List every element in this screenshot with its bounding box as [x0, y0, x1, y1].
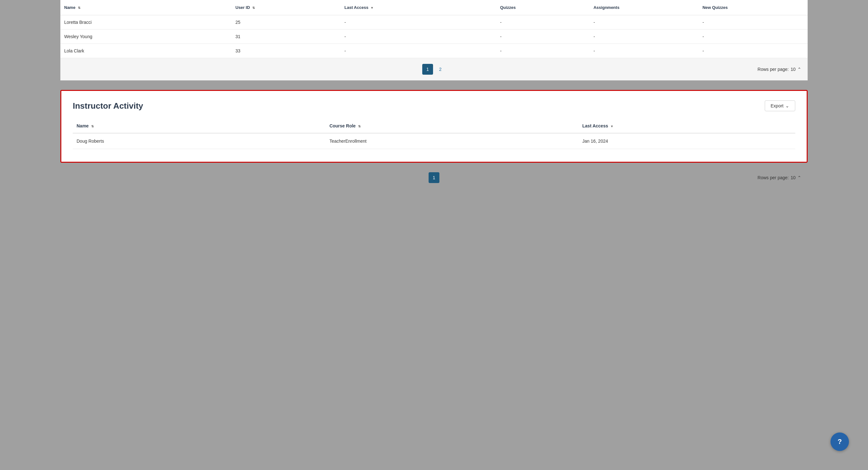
cell-quizzes: -	[496, 44, 590, 58]
card-title: Instructor Activity	[73, 101, 143, 111]
bottom-rows-per-page-control: Rows per page: 10 ⌃	[757, 175, 801, 180]
col-name-label: Name	[64, 5, 75, 10]
lastaccess-sort-arrow[interactable]: ▼	[370, 6, 374, 9]
col-lastaccess-label: Last Access	[344, 5, 368, 10]
col-header-assignments: Assignments	[590, 0, 699, 15]
instructor-col-access[interactable]: Last Access ▼	[579, 119, 795, 133]
cell-lastaccess: -	[341, 30, 496, 44]
instructor-cell-name: Doug Roberts	[73, 133, 326, 149]
chevron-up-icon[interactable]: ⌃	[798, 67, 801, 72]
instructor-col-role[interactable]: Course Role ⇅	[326, 119, 579, 133]
col-header-userid[interactable]: User ID ⇅	[231, 0, 341, 15]
col-assignments-label: Assignments	[593, 5, 620, 10]
cell-name: Loretta Bracci	[60, 15, 231, 30]
cell-quizzes: -	[496, 30, 590, 44]
instructor-role-label: Course Role	[330, 123, 355, 128]
col-header-name[interactable]: Name ⇅	[60, 0, 231, 15]
card-header: Instructor Activity Export ⌄	[73, 100, 795, 111]
instructor-col-name[interactable]: Name ⇅	[73, 119, 326, 133]
cell-lastaccess: -	[341, 15, 496, 30]
top-pagination-bar: 1 2 Rows per page: 10 ⌃	[60, 58, 808, 81]
rows-per-page-control: Rows per page: 10 ⌃	[757, 67, 801, 72]
instructor-table: Name ⇅ Course Role ⇅ Last Access ▼	[73, 119, 795, 149]
instructor-header-row: Name ⇅ Course Role ⇅ Last Access ▼	[73, 119, 795, 133]
table-row: Wesley Young 31 - - - -	[60, 30, 808, 44]
student-activity-table: Name ⇅ User ID ⇅ Last Access ▼ Quizzes	[60, 0, 808, 58]
col-newquizzes-label: New Quizzes	[703, 5, 727, 10]
bottom-pagination-bar: 1 Rows per page: 10 ⌃	[60, 163, 808, 193]
instructor-access-sort-arrow[interactable]: ▼	[610, 125, 614, 128]
cell-name: Lola Clark	[60, 44, 231, 58]
cell-assignments: -	[590, 30, 699, 44]
cell-newquizzes: -	[699, 15, 808, 30]
help-button[interactable]: ?	[831, 433, 849, 451]
instructor-activity-card: Instructor Activity Export ⌄ Name ⇅ Cour…	[60, 90, 808, 163]
userid-sort-icon[interactable]: ⇅	[252, 6, 255, 9]
cell-userid: 33	[231, 44, 341, 58]
rows-per-page-value: 10	[790, 67, 796, 72]
bottom-rows-per-page-value: 10	[790, 175, 796, 180]
table-header-row: Name ⇅ User ID ⇅ Last Access ▼ Quizzes	[60, 0, 808, 15]
cell-userid: 25	[231, 15, 341, 30]
instructor-name-label: Name	[76, 123, 89, 128]
rows-per-page-label: Rows per page:	[757, 67, 788, 72]
bottom-chevron-up-icon[interactable]: ⌃	[798, 175, 801, 180]
student-table-body: Loretta Bracci 25 - - - - Wesley Young 3…	[60, 15, 808, 58]
col-header-newquizzes: New Quizzes	[699, 0, 808, 15]
cell-userid: 31	[231, 30, 341, 44]
page-2-btn[interactable]: 2	[435, 64, 446, 75]
top-section: Name ⇅ User ID ⇅ Last Access ▼ Quizzes	[60, 0, 808, 58]
export-button[interactable]: Export ⌄	[765, 100, 795, 111]
gray-section: Instructor Activity Export ⌄ Name ⇅ Cour…	[60, 81, 808, 193]
export-label: Export	[771, 103, 783, 108]
instructor-table-body: Doug Roberts TeacherEnrollment Jan 16, 2…	[73, 133, 795, 149]
col-header-lastaccess[interactable]: Last Access ▼	[341, 0, 496, 15]
name-sort-icon[interactable]: ⇅	[78, 6, 81, 9]
instructor-access-label: Last Access	[582, 123, 608, 128]
instructor-cell-role: TeacherEnrollment	[326, 133, 579, 149]
bottom-page-1-btn[interactable]: 1	[429, 172, 439, 183]
table-row: Loretta Bracci 25 - - - -	[60, 15, 808, 30]
instructor-row: Doug Roberts TeacherEnrollment Jan 16, 2…	[73, 133, 795, 149]
col-userid-label: User ID	[236, 5, 250, 10]
bottom-rows-per-page-label: Rows per page:	[757, 175, 788, 180]
page-1-btn[interactable]: 1	[422, 64, 433, 75]
instructor-role-sort-icon[interactable]: ⇅	[358, 125, 361, 128]
cell-quizzes: -	[496, 15, 590, 30]
col-quizzes-label: Quizzes	[500, 5, 516, 10]
instructor-cell-access: Jan 16, 2024	[579, 133, 795, 149]
instructor-name-sort-icon[interactable]: ⇅	[91, 125, 94, 128]
cell-newquizzes: -	[699, 30, 808, 44]
cell-name: Wesley Young	[60, 30, 231, 44]
cell-assignments: -	[590, 15, 699, 30]
help-icon: ?	[837, 438, 842, 446]
table-row: Lola Clark 33 - - - -	[60, 44, 808, 58]
page-wrapper: Name ⇅ User ID ⇅ Last Access ▼ Quizzes	[0, 0, 868, 470]
cell-lastaccess: -	[341, 44, 496, 58]
chevron-down-icon: ⌄	[785, 103, 789, 108]
cell-newquizzes: -	[699, 44, 808, 58]
col-header-quizzes: Quizzes	[496, 0, 590, 15]
cell-assignments: -	[590, 44, 699, 58]
